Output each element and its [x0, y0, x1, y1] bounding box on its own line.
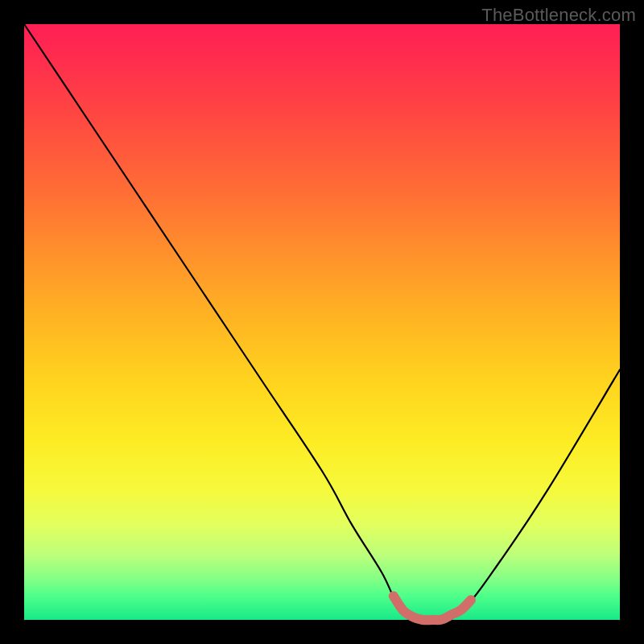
- marker-segment: [394, 596, 471, 620]
- curve-layer: [24, 24, 620, 620]
- bottleneck-curve-path: [24, 24, 620, 621]
- watermark-text: TheBottleneck.com: [481, 5, 636, 26]
- chart-frame: TheBottleneck.com: [0, 0, 644, 644]
- plot-area: [24, 24, 620, 620]
